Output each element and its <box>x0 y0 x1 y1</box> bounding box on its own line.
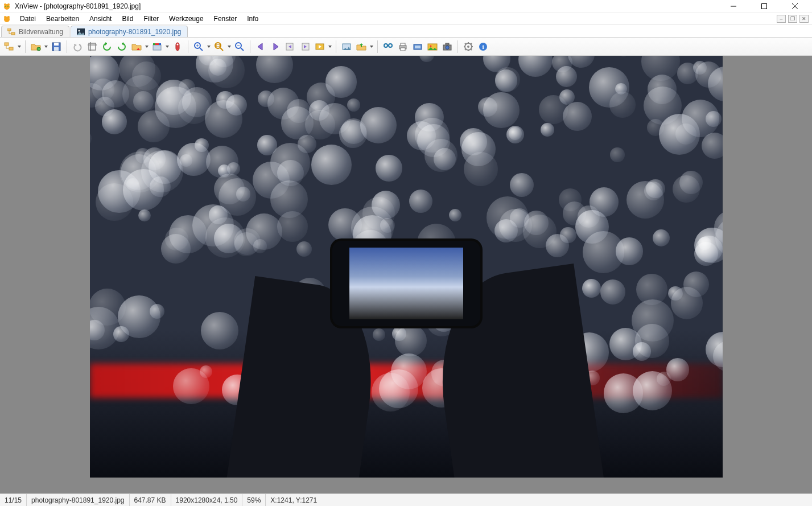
separator <box>457 40 458 53</box>
convert-button[interactable] <box>130 40 143 54</box>
app-icon-small <box>2 14 11 23</box>
mdi-close-button[interactable]: ✕ <box>799 15 809 23</box>
info-button[interactable]: i <box>476 40 490 54</box>
browse-dropdown[interactable] <box>17 40 22 54</box>
menu-ansicht[interactable]: Ansicht <box>84 13 117 24</box>
zoom-in-dropdown[interactable] <box>207 40 211 54</box>
print-button[interactable] <box>396 40 410 54</box>
svg-point-10 <box>4 16 6 18</box>
svg-line-64 <box>471 49 472 50</box>
menu-filter[interactable]: Filter <box>138 13 164 24</box>
status-zoom: 59% <box>242 494 266 506</box>
status-filesize: 647.87 KB <box>130 494 171 506</box>
separator <box>25 40 26 53</box>
mdi-minimize-button[interactable]: ‒ <box>777 15 786 23</box>
open-dropdown[interactable] <box>44 40 48 54</box>
svg-rect-55 <box>446 43 449 45</box>
separator <box>377 40 378 53</box>
svg-point-1 <box>4 3 6 6</box>
menu-bar: Datei Bearbeiten Ansicht Bild Filter Wer… <box>0 13 812 25</box>
tab-image[interactable]: photography-801891_1920.jpg <box>71 26 187 37</box>
zoom-out-button[interactable] <box>233 40 246 54</box>
menu-bearbeiten[interactable]: Bearbeiten <box>41 13 84 24</box>
minimize-button[interactable] <box>723 1 744 12</box>
svg-rect-48 <box>401 43 405 46</box>
browse-button[interactable] <box>2 40 16 54</box>
app-icon <box>2 2 11 11</box>
svg-point-18 <box>37 47 40 51</box>
maximize-button[interactable] <box>754 1 774 12</box>
status-bar: 11/15 photography-801891_1920.jpg 647.87… <box>0 493 812 506</box>
rotate-left-button[interactable] <box>100 40 114 54</box>
prev-button[interactable] <box>254 40 267 54</box>
slideshow-button[interactable] <box>313 40 327 54</box>
status-index: 11/15 <box>0 494 27 506</box>
tab-browser-label: Bildverwaltung <box>19 28 63 36</box>
menu-bild[interactable]: Bild <box>117 13 138 24</box>
rotate-right-button[interactable] <box>115 40 129 54</box>
status-filename: photography-801891_1920.jpg <box>27 494 129 506</box>
svg-line-38 <box>241 48 244 51</box>
svg-rect-25 <box>153 45 161 50</box>
menu-fenster[interactable]: Fenster <box>209 13 242 24</box>
mdi-restore-button[interactable]: ❐ <box>788 15 797 23</box>
close-button[interactable] <box>785 1 805 12</box>
svg-line-63 <box>465 43 466 44</box>
undo-button[interactable] <box>71 40 84 54</box>
viewport[interactable] <box>0 56 812 493</box>
svg-point-15 <box>79 30 80 31</box>
slideshow-dropdown[interactable] <box>328 40 332 54</box>
zoom-in-button[interactable] <box>192 40 205 54</box>
toolbar: i <box>0 38 812 56</box>
export-dropdown[interactable] <box>369 40 374 54</box>
convert-dropdown[interactable] <box>145 40 149 54</box>
next-button[interactable] <box>269 40 282 54</box>
effects-button[interactable] <box>150 40 164 54</box>
zoom-fit-dropdown[interactable] <box>227 40 232 54</box>
effects-dropdown[interactable] <box>165 40 170 54</box>
fullscreen-button[interactable] <box>340 40 353 54</box>
crop-button[interactable] <box>85 40 99 54</box>
svg-line-31 <box>200 48 203 51</box>
status-dimensions: 1920x1280x24, 1.50 <box>171 494 243 506</box>
folder-tree-icon <box>7 28 15 35</box>
title-bar: XnView - [photography-801891_1920.jpg] <box>0 0 812 13</box>
separator <box>250 40 250 53</box>
next-page-button[interactable] <box>298 40 312 54</box>
svg-point-29 <box>177 43 179 45</box>
svg-point-11 <box>7 16 10 18</box>
capture-button[interactable] <box>440 40 454 54</box>
separator <box>188 40 188 53</box>
separator <box>67 40 67 53</box>
search-button[interactable] <box>381 40 395 54</box>
svg-point-53 <box>430 45 432 47</box>
tab-browser[interactable]: Bildverwaltung <box>1 26 69 37</box>
save-button[interactable] <box>50 40 63 54</box>
wallpaper-button[interactable] <box>426 40 439 54</box>
svg-rect-49 <box>401 48 405 51</box>
settings-button[interactable] <box>461 40 475 54</box>
svg-rect-36 <box>216 44 220 47</box>
zoom-fit-button[interactable] <box>212 40 226 54</box>
image-canvas <box>90 56 723 478</box>
tag-button[interactable] <box>171 40 184 54</box>
svg-rect-16 <box>5 43 9 46</box>
svg-text:i: i <box>482 43 484 50</box>
svg-rect-6 <box>762 3 767 9</box>
svg-rect-27 <box>153 43 155 45</box>
open-button[interactable] <box>29 40 43 54</box>
svg-point-4 <box>7 6 9 7</box>
menu-werkzeuge[interactable]: Werkzeuge <box>164 13 208 24</box>
scan-button[interactable] <box>411 40 424 54</box>
menu-datei[interactable]: Datei <box>15 13 41 24</box>
export-button[interactable] <box>355 40 368 54</box>
prev-page-button[interactable] <box>283 40 297 54</box>
svg-point-2 <box>7 3 10 6</box>
svg-point-58 <box>467 46 469 48</box>
tab-image-label: photography-801891_1920.jpg <box>88 28 181 36</box>
svg-rect-17 <box>9 47 13 50</box>
svg-rect-51 <box>415 46 421 48</box>
menu-info[interactable]: Info <box>242 13 263 24</box>
tab-bar: Bildverwaltung photography-801891_1920.j… <box>0 25 812 38</box>
svg-rect-12 <box>7 28 11 31</box>
